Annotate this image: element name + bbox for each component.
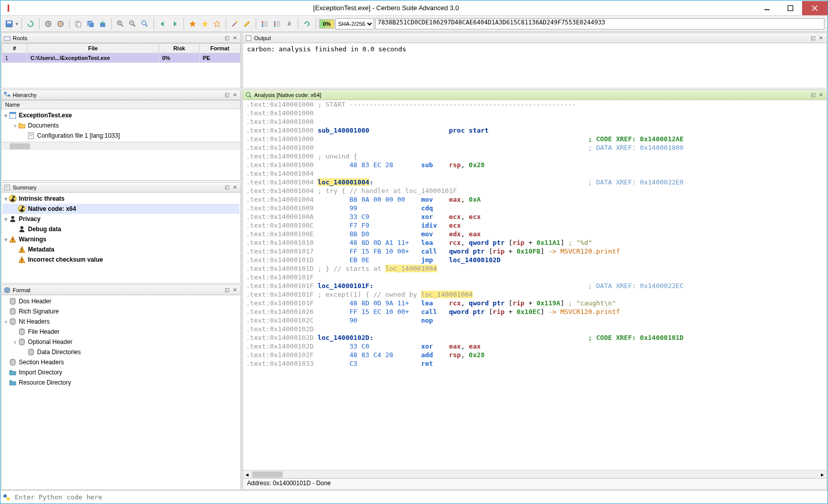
tree-caret[interactable]: ▿ <box>12 123 18 129</box>
tree-item[interactable]: ▿Intrinsic threats <box>3 194 239 204</box>
asm-line[interactable]: .text:0x14000101F ; except(1) { // owned… <box>243 290 826 299</box>
asm-line[interactable]: .text:0x14000102D 33 C0 xor eax, eax <box>243 342 826 351</box>
maximize-button[interactable] <box>779 1 802 15</box>
panel-close-button[interactable]: ✕ <box>231 91 238 99</box>
python-input[interactable] <box>14 492 825 502</box>
panel-float-button[interactable]: ◱ <box>809 91 816 99</box>
asm-line[interactable]: .text:0x140001004 ; try { // handler at … <box>243 186 826 195</box>
tree-item[interactable]: Import Directory <box>3 367 239 377</box>
tree-item[interactable]: ▿Privacy <box>3 214 239 224</box>
asm-line[interactable]: .text:0x140001000 ; CODE XREF: 0x1400012… <box>243 135 826 143</box>
tree-item[interactable]: Section Headers <box>3 357 239 367</box>
tree-item[interactable]: ▿Optional Header <box>3 337 239 347</box>
asm-line[interactable]: .text:0x14000100E 8B D0 mov edx, eax <box>243 230 826 238</box>
asm-line[interactable]: .text:0x14000102C 90 nop <box>243 316 826 325</box>
panel-float-button[interactable]: ◱ <box>223 184 230 191</box>
tree-item[interactable]: ▿Warnings <box>3 234 239 244</box>
asm-line[interactable]: .text:0x14000100C F7 F9 idiv ecx <box>243 221 826 230</box>
asm-line[interactable]: .text:0x140001010 48 8D 0D A1 11+ lea rc… <box>243 238 826 247</box>
panel-float-button[interactable]: ◱ <box>223 287 230 294</box>
asm-line[interactable]: .text:0x140001004 B8 0A 00 00 00 mov eax… <box>243 195 826 204</box>
panel-close-button[interactable]: ✕ <box>231 184 238 191</box>
panel-close-button[interactable]: ✕ <box>817 91 824 99</box>
asm-line[interactable]: .text:0x140001000 <box>243 109 826 117</box>
tree-item[interactable]: Rich Signature <box>3 306 239 317</box>
close-button[interactable] <box>802 1 827 15</box>
tree-caret[interactable]: ▿ <box>12 339 18 345</box>
asm-line[interactable]: .text:0x14000101D ; } // starts at loc_1… <box>243 264 826 273</box>
panel-close-button[interactable]: ✕ <box>231 35 238 42</box>
col-num[interactable]: # <box>2 44 27 53</box>
scrollbar[interactable] <box>2 142 240 150</box>
tree-caret[interactable]: ▿ <box>3 319 9 325</box>
titlebar[interactable]: [ExceptionTest.exe] - Cerbero Suite Adva… <box>1 1 827 16</box>
import-button[interactable] <box>97 18 108 29</box>
asm-line[interactable]: .text:0x14000102D loc_14000102D: ; CODE … <box>243 333 826 342</box>
asm-line[interactable]: .text:0x14000100A 33 C9 xor ecx, ecx <box>243 212 826 221</box>
asm-line[interactable]: .text:0x140001000 <box>243 117 826 126</box>
table-row[interactable]: 1 C:\Users\...\ExceptionTest.exe 0% PE <box>2 53 240 63</box>
asm-line[interactable]: .text:0x14000101D EB 0E jmp loc_14000102… <box>243 256 826 264</box>
tree-caret[interactable]: ▿ <box>3 237 9 242</box>
disassembly-view[interactable]: .text:0x140001000 ; START --------------… <box>243 100 826 470</box>
forward-button[interactable] <box>169 18 180 29</box>
hash-display[interactable]: 7838B251CD0CDE106297D48CAE6404D1A3D615C8… <box>375 18 824 29</box>
star1-button[interactable] <box>187 18 198 29</box>
refresh2-button[interactable] <box>301 18 313 29</box>
col-format[interactable]: Format <box>200 44 240 53</box>
tree-item[interactable]: ▿ExceptionTest.exe <box>3 110 239 120</box>
asm-line[interactable]: .text:0x140001004 <box>243 169 826 178</box>
col-file[interactable]: File <box>27 44 159 53</box>
hash-icon-button[interactable]: # <box>284 18 295 29</box>
panel-close-button[interactable]: ✕ <box>231 287 238 294</box>
tree-item[interactable]: Debug data <box>3 224 239 234</box>
tree-item[interactable]: Resource Directory <box>3 377 239 388</box>
gear-button[interactable] <box>43 18 54 29</box>
col-risk[interactable]: Risk <box>159 44 200 53</box>
asm-line[interactable]: .text:0x140001004 loc_140001004: ; DATA … <box>243 178 826 186</box>
asm-line[interactable]: .text:0x14000101F 48 8D 0D 9A 11+ lea rc… <box>243 299 826 307</box>
tree-item[interactable]: ▿Nt Headers <box>3 317 239 327</box>
asm-line[interactable]: .text:0x140001000 48 83 EC 28 sub rsp, 0… <box>243 161 826 169</box>
asm-line[interactable]: .text:0x140001000 ; DATA XREF: 0x1400018… <box>243 143 826 152</box>
asm-line[interactable]: .text:0x140001033 C3 ret <box>243 359 826 368</box>
tree-caret[interactable]: ▿ <box>3 216 9 222</box>
scrollbar[interactable]: ◂▸ <box>243 470 826 478</box>
asm-line[interactable]: .text:0x140001009 99 cdq <box>243 204 826 212</box>
panel-float-button[interactable]: ◱ <box>223 35 230 42</box>
search-button[interactable] <box>139 18 150 29</box>
asm-line[interactable]: .text:0x14000101F loc_14000101F: ; DATA … <box>243 281 826 290</box>
asm-line[interactable]: .text:0x14000102F 48 83 C4 28 add rsp, 0… <box>243 351 826 359</box>
minimize-button[interactable] <box>755 1 779 15</box>
summary-tree[interactable]: ▿Intrinsic threatsNative code: x64▿Priva… <box>2 193 240 266</box>
panel-float-button[interactable]: ◱ <box>223 91 230 99</box>
format-tree[interactable]: Dos HeaderRich Signature▿Nt HeadersFile … <box>2 295 240 389</box>
zoomout-button[interactable] <box>127 18 138 29</box>
asm-line[interactable]: .text:0x14000101F <box>243 273 826 281</box>
asm-line[interactable]: .text:0x140001017 FF 15 FB 10 00+ call q… <box>243 247 826 256</box>
panel-close-button[interactable]: ✕ <box>817 35 824 42</box>
tree-caret[interactable]: ▿ <box>3 196 9 202</box>
saveall-button[interactable] <box>85 18 96 29</box>
tree-caret[interactable]: ▿ <box>3 113 9 118</box>
asm-line[interactable]: .text:0x14000102D <box>243 325 826 333</box>
asm-line[interactable]: .text:0x140001000 ; START --------------… <box>243 100 826 109</box>
panel-float-button[interactable]: ◱ <box>809 35 816 42</box>
tree-item[interactable]: ▿Documents <box>3 120 239 131</box>
save-button[interactable] <box>4 18 15 29</box>
copy-button[interactable] <box>73 18 84 29</box>
tree-item[interactable]: Dos Header <box>3 296 239 306</box>
wand-button[interactable] <box>229 18 240 29</box>
refresh-button[interactable] <box>25 18 36 29</box>
asm-line[interactable]: .text:0x140001026 FF 15 EC 10 00+ call q… <box>243 307 826 316</box>
zoomin-button[interactable] <box>115 18 126 29</box>
tree-item[interactable]: File Header <box>3 327 239 337</box>
hierarchy-tree[interactable]: ▿ExceptionTest.exe▿DocumentsConfiguratio… <box>2 109 240 142</box>
list2-button[interactable] <box>271 18 283 29</box>
tree-item[interactable]: Metadata <box>3 244 239 255</box>
asm-line[interactable]: .text:0x140001000 ; unwind { <box>243 152 826 161</box>
star2-button[interactable] <box>199 18 210 29</box>
tree-item[interactable]: Native code: x64 <box>3 204 239 214</box>
star3-button[interactable] <box>211 18 223 29</box>
hash-algo-select[interactable]: SHA-2/256 <box>335 18 374 29</box>
